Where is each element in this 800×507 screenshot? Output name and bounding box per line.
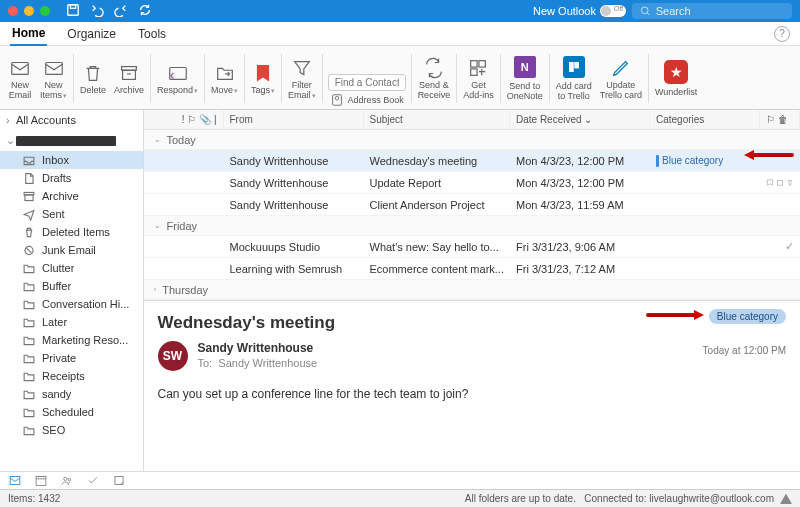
wunderlist-button[interactable]: Wunderlist: [651, 50, 701, 107]
delete-button[interactable]: Delete: [76, 50, 110, 107]
respond-button[interactable]: Respond: [153, 50, 202, 107]
svg-point-2: [641, 7, 648, 14]
send-to-onenote-button[interactable]: N Send to OneNote: [503, 50, 547, 107]
update-trello-card-button[interactable]: Update Trello card: [596, 50, 646, 107]
mail-row[interactable]: Learning with SemrushEcommerce content m…: [144, 258, 801, 280]
svg-rect-3: [12, 62, 29, 74]
folder-receipts[interactable]: Receipts: [0, 367, 143, 385]
notes-view-icon[interactable]: [112, 474, 126, 487]
status-bar: Items: 1432 All folders are up to date. …: [0, 489, 800, 507]
message-body: Can you set up a conference line for the…: [158, 387, 787, 401]
folder-deleted-items[interactable]: Deleted Items: [0, 223, 143, 241]
tab-organize[interactable]: Organize: [65, 23, 118, 45]
col-subject[interactable]: Subject: [364, 110, 511, 129]
message-subject: Wednesday's meeting: [158, 313, 787, 333]
mail-row[interactable]: Sandy WrittenhouseClient Anderson Projec…: [144, 194, 801, 216]
find-contact-input[interactable]: [328, 74, 406, 91]
group-today[interactable]: ⌄Today: [144, 130, 801, 150]
ribbon: New Email New Items Delete Archive Respo…: [0, 46, 800, 110]
folder-drafts[interactable]: Drafts: [0, 169, 143, 187]
folder-sent[interactable]: Sent: [0, 205, 143, 223]
message-timestamp: Today at 12:00 PM: [703, 345, 786, 356]
help-icon[interactable]: ?: [774, 26, 790, 42]
svg-rect-19: [10, 476, 20, 484]
svg-point-22: [68, 478, 70, 480]
col-from[interactable]: From: [224, 110, 364, 129]
col-actions: ⚐ 🗑: [760, 110, 800, 129]
folder-later[interactable]: Later: [0, 313, 143, 331]
folder-marketing-reso-[interactable]: Marketing Reso...: [0, 331, 143, 349]
tab-tools[interactable]: Tools: [136, 23, 168, 45]
toggle-switch[interactable]: [600, 5, 626, 17]
titlebar: New Outlook: [0, 0, 800, 22]
minimize-window[interactable]: [24, 6, 34, 16]
get-addins-button[interactable]: Get Add-ins: [459, 50, 498, 107]
group-friday[interactable]: ⌄Friday: [144, 216, 801, 236]
folder-junk-email[interactable]: Junk Email: [0, 241, 143, 259]
category-badge[interactable]: Blue category: [709, 309, 786, 324]
move-button[interactable]: Move: [207, 50, 242, 107]
filter-email-button[interactable]: Filter Email: [284, 50, 320, 107]
svg-rect-20: [36, 476, 46, 485]
archive-button[interactable]: Archive: [110, 50, 148, 107]
svg-point-21: [64, 477, 67, 480]
folder-sidebar: ›All Accounts ⌄ InboxDraftsArchiveSentDe…: [0, 110, 144, 471]
window-controls[interactable]: [8, 6, 50, 16]
send-receive-button[interactable]: Send & Receive: [414, 50, 455, 107]
col-categories[interactable]: Categories: [650, 110, 760, 129]
menu-tabs: Home Organize Tools ?: [0, 22, 800, 46]
search-icon: [640, 5, 651, 17]
folder-conversation-hi-[interactable]: Conversation Hi...: [0, 295, 143, 313]
maximize-window[interactable]: [40, 6, 50, 16]
sender-name: Sandy Writtenhouse: [198, 341, 318, 355]
all-accounts[interactable]: ›All Accounts: [0, 110, 143, 130]
svg-rect-12: [471, 69, 477, 75]
mail-row[interactable]: Sandy WrittenhouseWednesday's meetingMon…: [144, 150, 801, 172]
save-icon[interactable]: [66, 3, 80, 19]
mail-row[interactable]: Sandy WrittenhouseUpdate ReportMon 4/3/2…: [144, 172, 801, 194]
search-input[interactable]: [656, 5, 784, 17]
svg-rect-6: [123, 70, 136, 79]
account-name[interactable]: ⌄: [0, 130, 143, 151]
folder-inbox[interactable]: Inbox: [0, 151, 143, 169]
alert-icon[interactable]: [780, 493, 792, 505]
tags-button[interactable]: Tags: [247, 50, 279, 107]
new-outlook-toggle[interactable]: New Outlook: [533, 5, 626, 17]
redo-icon[interactable]: [114, 3, 128, 19]
svg-rect-18: [777, 181, 782, 186]
sync-icon[interactable]: [138, 3, 152, 19]
folder-scheduled[interactable]: Scheduled: [0, 403, 143, 421]
mail-row[interactable]: Mockuuups StudioWhat's new: Say hello to…: [144, 236, 801, 258]
mail-view-icon[interactable]: [8, 474, 22, 487]
new-items-button[interactable]: New Items: [36, 50, 71, 107]
search-box[interactable]: [632, 3, 792, 19]
col-flags[interactable]: ! ⚐ 📎 |: [144, 110, 224, 129]
folder-seo[interactable]: SEO: [0, 421, 143, 439]
col-date[interactable]: Date Received ⌄: [510, 110, 650, 129]
add-card-trello-button[interactable]: Add card to Trello: [552, 50, 596, 107]
folder-clutter[interactable]: Clutter: [0, 259, 143, 277]
group-thursday[interactable]: ›Thursday: [144, 280, 801, 300]
close-window[interactable]: [8, 6, 18, 16]
undo-icon[interactable]: [90, 3, 104, 19]
folder-archive[interactable]: Archive: [0, 187, 143, 205]
svg-rect-14: [575, 62, 579, 67]
svg-rect-4: [45, 62, 62, 74]
tab-home[interactable]: Home: [10, 22, 47, 46]
new-email-button[interactable]: New Email: [4, 50, 36, 107]
onenote-icon: N: [514, 56, 536, 78]
reading-pane: Wednesday's meeting Blue category SW San…: [144, 300, 801, 471]
view-switcher: [0, 471, 800, 489]
svg-rect-16: [25, 194, 33, 200]
calendar-view-icon[interactable]: [34, 474, 48, 487]
people-view-icon[interactable]: [60, 474, 74, 487]
folder-private[interactable]: Private: [0, 349, 143, 367]
new-outlook-label: New Outlook: [533, 5, 596, 17]
avatar: SW: [158, 341, 188, 371]
folder-buffer[interactable]: Buffer: [0, 277, 143, 295]
wunderlist-icon: [664, 60, 688, 84]
address-book-button[interactable]: Address Book: [330, 93, 404, 107]
tasks-view-icon[interactable]: [86, 474, 100, 487]
item-count: Items: 1432: [8, 493, 60, 504]
folder-sandy[interactable]: sandy: [0, 385, 143, 403]
